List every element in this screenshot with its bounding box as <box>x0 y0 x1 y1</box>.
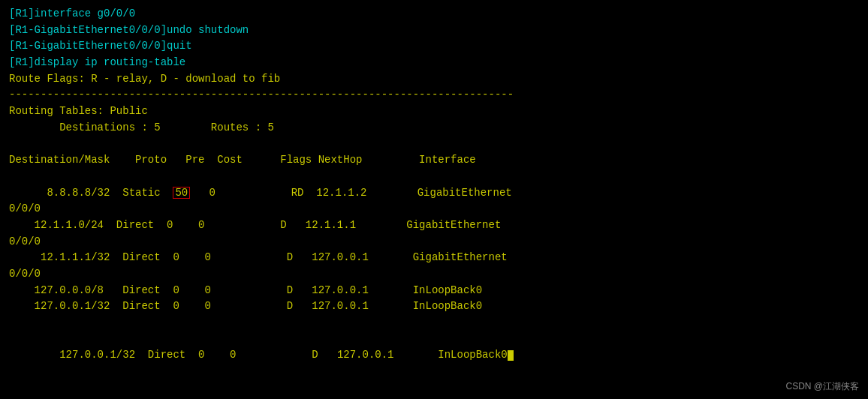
route-row-direct-1: 12.1.1.0/24 Direct 0 0 D 12.1.1.1 Gigabi… <box>9 218 859 234</box>
separator-line: ----------------------------------------… <box>9 87 859 104</box>
route-row-direct-2: 12.1.1.1/32 Direct 0 0 D 127.0.0.1 Gigab… <box>9 250 859 266</box>
table-header-row: Destination/Mask Proto Pre Cost Flags Ne… <box>9 152 859 169</box>
route-row-direct-2-iface: 0/0/0 <box>9 266 859 283</box>
cmd-line-2: [R1-GigabitEthernet0/0/0]undo shutdown <box>9 22 859 39</box>
route-row-direct-1-iface: 0/0/0 <box>9 234 859 250</box>
route-row-loopback-2: 127.0.0.1/32 Direct 0 0 D 127.0.0.1 InLo… <box>9 298 859 315</box>
prompt-text: 127.0.0.1/32 Direct 0 0 D 127.0.0.1 InLo… <box>35 349 508 361</box>
destinations-routes: Destinations : 5 Routes : 5 <box>9 120 859 136</box>
routing-tables-label: Routing Tables: Public <box>9 104 859 120</box>
cmd-line-4: [R1]display ip routing-table <box>9 55 859 71</box>
route-row-static: 8.8.8.8/32 Static 50 0 RD 12.1.1.2 Gigab… <box>9 185 859 202</box>
watermark: CSDN @江湖侠客 <box>785 380 859 393</box>
blank-3 <box>9 315 859 332</box>
prompt-line[interactable]: 127.0.0.1/32 Direct 0 0 D 127.0.0.1 InLo… <box>9 332 859 380</box>
terminal: [R1]interface g0/0/0 [R1-GigabitEthernet… <box>0 0 868 399</box>
pre-highlighted: 50 <box>173 187 190 199</box>
cmd-line-3: [R1-GigabitEthernet0/0/0]quit <box>9 38 859 55</box>
route-row-loopback-1: 127.0.0.0/8 Direct 0 0 D 127.0.0.1 InLoo… <box>9 283 859 299</box>
blank-2 <box>9 169 859 185</box>
blank-1 <box>9 136 859 153</box>
cmd-line-1: [R1]interface g0/0/0 <box>9 6 859 22</box>
cursor <box>508 350 514 361</box>
route-row-static-iface: 0/0/0 <box>9 201 859 218</box>
route-flags: Route Flags: R - relay, D - download to … <box>9 71 859 88</box>
